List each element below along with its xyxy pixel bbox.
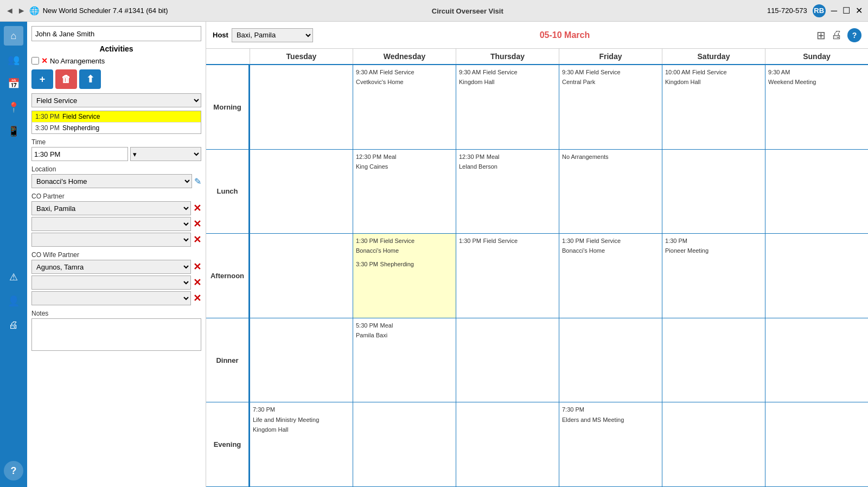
upload-button[interactable]: ⬆ [79,69,101,89]
time-label-evening: Evening [206,402,250,487]
main-container: ⌂ 👥 📅 📍 📱 ⚠ 👤 🖨 ? Activities ✕ No Arrang… [0,22,868,487]
location-select[interactable]: Bonacci's Home [31,174,192,188]
calendar-grid: Morning 9:30 AM Field Service Cvetkovic'… [206,65,868,487]
cell-afternoon-thursday: 1:30 PM Field Service [456,234,559,318]
cell-lunch-friday: No Arrangements [559,150,662,234]
host-select[interactable]: Baxi, Pamila [232,28,313,42]
event-morning-sat-1: 10:00 AM Field Service Kingdom Hall [665,67,762,87]
minimize-btn[interactable]: ─ [831,6,837,16]
cell-dinner-friday [559,318,662,403]
cell-morning-thursday: 9:30 AM Field Service Kingdom Hall [456,65,559,150]
sidebar-help[interactable]: ? [4,461,23,480]
cell-afternoon-friday: 1:30 PM Field Service Bonacci's Home [559,234,662,318]
event-afternoon-wed-2: 3:30 PM Shepherding [356,259,453,269]
help-icon[interactable]: ? [847,28,861,42]
x-icon: ✕ [41,56,48,65]
co-partner-group: CO Partner Baxi, Pamila ✕ ✕ ✕ [31,193,201,247]
action-buttons: + 🗑 ⬆ [31,69,201,89]
sidebar-alert[interactable]: ⚠ [4,267,23,287]
user-id: 115-720-573 [767,7,807,15]
right-topbar: Host Baxi, Pamila 05-10 March ⊞ 🖨 ? [206,22,868,49]
co-wife-clear-3[interactable]: ✕ [193,292,201,304]
event-afternoon-thu-1: 1:30 PM Field Service [459,236,556,246]
cell-evening-saturday [662,402,765,487]
cell-morning-saturday: 10:00 AM Field Service Kingdom Hall [662,65,765,150]
no-arrangements-checkbox[interactable] [31,57,39,65]
sidebar-home[interactable]: ⌂ [4,26,23,46]
event-lunch-wed-1: 12:30 PM Meal King Caines [356,152,453,171]
cell-evening-thursday [456,402,559,487]
co-partner-clear-1[interactable]: ✕ [193,202,201,214]
time-input[interactable] [31,147,128,161]
event-morning-wed-1: 9:30 AM Field Service Cvetkovic's Home [356,67,453,87]
co-wife-select-3[interactable] [31,291,191,305]
event-afternoon-wed-1: 1:30 PM Field Service Bonacci's Home [356,236,453,255]
titlebar-left: ◄ ► 🌐 New World Scheduler 7.4 #1341 (64 … [5,6,168,16]
sidebar-person-alert[interactable]: 👤 [4,291,23,311]
co-wife-row-3: ✕ [31,291,201,305]
cell-dinner-tuesday [250,318,353,403]
co-wife-group: CO Wife Partner Agunos, Tamra ✕ ✕ ✕ [31,251,201,305]
name-input[interactable] [31,26,201,41]
cell-evening-sunday [765,402,868,487]
cell-lunch-thursday: 12:30 PM Meal Leland Berson [456,150,559,234]
sidebar-calendar[interactable]: 📅 [4,74,23,93]
event-evening-fri-1: 7:30 PM Elders and MS Meeting [562,405,659,424]
event-dinner-wed-1: 5:30 PM Meal Pamila Baxi [356,321,453,340]
event-morning-thu-1: 9:30 AM Field Service Kingdom Hall [459,67,556,87]
co-wife-select-1[interactable]: Agunos, Tamra [31,260,191,274]
co-wife-select-2[interactable] [31,275,191,290]
cell-evening-wednesday [353,402,456,487]
maximize-btn[interactable]: ☐ [843,5,850,16]
co-partner-select-3[interactable] [31,233,191,247]
co-partner-label: CO Partner [31,193,201,200]
sidebar-phone[interactable]: 📱 [4,121,23,141]
left-panel: Activities ✕ No Arrangements + 🗑 ⬆ Field… [27,22,206,487]
location-edit-icon[interactable]: ✎ [194,176,201,187]
cell-morning-sunday: 9:30 AM Weekend Meeting [765,65,868,150]
co-wife-label: CO Wife Partner [31,251,201,259]
header-friday: Friday [559,49,662,64]
time-dropdown[interactable]: ▾ [130,147,201,161]
calendar-header: Tuesday Wednesday Thursday Friday Saturd… [206,49,868,65]
print-icon[interactable]: 🖨 [831,29,842,41]
activity-item-1[interactable]: 1:30 PM Field Service [32,111,201,123]
notes-textarea[interactable] [31,318,201,351]
cell-dinner-saturday [662,318,765,403]
nav-back-btn[interactable]: ◄ [5,6,14,16]
co-partner-clear-3[interactable]: ✕ [193,234,201,246]
close-btn[interactable]: ✕ [856,5,863,16]
delete-button[interactable]: 🗑 [55,69,77,89]
sidebar-print[interactable]: 🖨 [4,315,23,335]
titlebar: ◄ ► 🌐 New World Scheduler 7.4 #1341 (64 … [0,0,868,22]
time-label: Time [31,138,201,146]
notes-label: Notes [31,310,201,317]
add-button[interactable]: + [31,69,53,89]
cell-morning-friday: 9:30 AM Field Service Central Park [559,65,662,150]
co-partner-select-2[interactable] [31,217,191,231]
sidebar-location[interactable]: 📍 [4,98,23,117]
no-arrangements-label: No Arrangements [50,57,105,65]
activity-list: 1:30 PM Field Service 3:30 PM Shepherdin… [31,111,201,134]
cell-lunch-tuesday [250,150,353,234]
cell-dinner-wednesday: 5:30 PM Meal Pamila Baxi [353,318,456,403]
co-partner-row-1: Baxi, Pamila ✕ [31,201,201,215]
activity-name-2: Shepherding [62,124,99,132]
co-wife-clear-1[interactable]: ✕ [193,261,201,273]
cell-lunch-sunday [765,150,868,234]
event-evening-tue-1: 7:30 PM Life and Ministry Meeting Kingdo… [253,405,350,434]
co-wife-row-2: ✕ [31,275,201,290]
activity-type-select[interactable]: Field Service [31,93,201,107]
cell-afternoon-tuesday [250,234,353,318]
co-partner-select-1[interactable]: Baxi, Pamila [31,201,191,215]
grid-view-icon[interactable]: ⊞ [816,29,826,42]
sidebar-people[interactable]: 👥 [4,50,23,69]
time-group: Time ▾ [31,138,201,161]
activity-item-2[interactable]: 3:30 PM Shepherding [32,123,201,133]
nav-fwd-btn[interactable]: ► [17,6,26,16]
co-wife-clear-2[interactable]: ✕ [193,277,201,289]
event-afternoon-sat-1: 1:30 PM Pioneer Meeting [665,236,762,255]
co-partner-clear-2[interactable]: ✕ [193,218,201,230]
time-label-dinner: Dinner [206,318,250,403]
no-arrangements-row: ✕ No Arrangements [31,56,201,65]
